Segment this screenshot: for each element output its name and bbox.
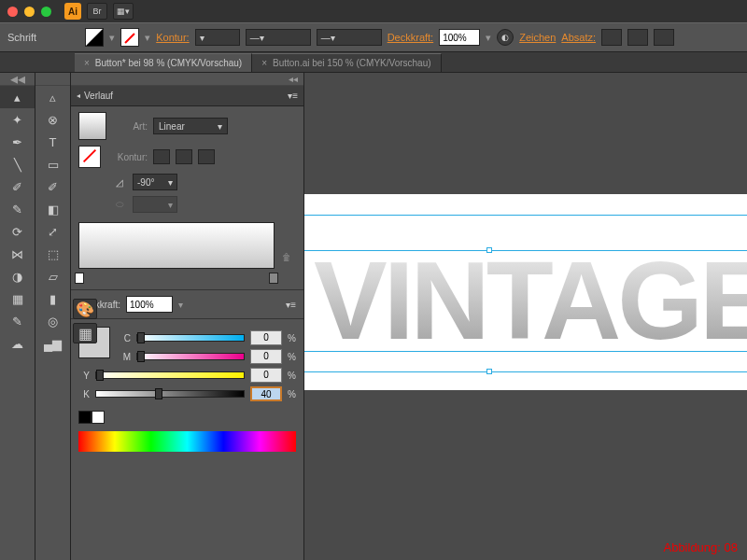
- pct-label: %: [288, 371, 296, 381]
- layout-button[interactable]: ▦▾: [113, 3, 134, 20]
- bridge-button[interactable]: Br: [87, 3, 107, 20]
- opacity-link[interactable]: Deckkraft:: [388, 32, 434, 43]
- gradient-panel-body: Art: Linear▾ Kontur: ◿ -90°▾ ⬭ ▾: [71, 106, 303, 289]
- slider-thumb[interactable]: [137, 332, 145, 343]
- stroke-link[interactable]: Kontur:: [156, 32, 189, 43]
- figure-caption: Abbildung: 08: [663, 540, 738, 554]
- angle-input[interactable]: -90°▾: [133, 174, 177, 190]
- slider-value[interactable]: 0: [250, 349, 282, 364]
- blend-tool[interactable]: ◎: [35, 310, 70, 332]
- gradient-preview[interactable]: [78, 222, 275, 269]
- slider-label: M: [120, 352, 131, 362]
- shape-builder-tool[interactable]: ◑: [0, 265, 35, 287]
- slider-thumb[interactable]: [137, 351, 145, 362]
- stop-opacity-input[interactable]: [126, 296, 173, 313]
- var-width-select[interactable]: —▾: [246, 29, 311, 46]
- opacity-input[interactable]: [439, 29, 480, 46]
- stroke-weight-select[interactable]: ▾: [195, 29, 240, 46]
- slider-track[interactable]: [136, 334, 245, 342]
- free-transform-tool[interactable]: ⬚: [35, 243, 70, 265]
- slider-value[interactable]: 40: [250, 386, 282, 401]
- align-center-button[interactable]: [627, 29, 648, 46]
- perspective-tool[interactable]: ▱: [35, 265, 70, 287]
- brush-select[interactable]: —▾: [317, 29, 382, 46]
- app-badge: Ai: [64, 3, 81, 20]
- align-left-button[interactable]: [601, 29, 622, 46]
- tab-button-2[interactable]: ×Button.ai bei 150 % (CMYK/Vorschau): [252, 53, 441, 72]
- magic-wand-tool[interactable]: ✦: [0, 108, 35, 131]
- slider-thumb[interactable]: [155, 388, 162, 399]
- stroke-grad-btn-3[interactable]: [198, 149, 215, 164]
- gradient-tool[interactable]: ▮: [35, 287, 70, 310]
- pen-tool[interactable]: ✒: [0, 131, 35, 153]
- selection-handle[interactable]: [486, 369, 492, 374]
- gradient-type-select[interactable]: Linear▾: [153, 118, 228, 134]
- tab-button-1[interactable]: ×Button* bei 98 % (CMYK/Vorschau): [75, 53, 252, 72]
- slider-track[interactable]: [136, 353, 245, 360]
- stroke-gradient-swatch[interactable]: [78, 146, 101, 168]
- trash-icon[interactable]: 🗑: [282, 252, 291, 262]
- document-tabs: ×Button* bei 98 % (CMYK/Vorschau) ×Butto…: [0, 52, 747, 73]
- brush-tool[interactable]: ✐: [0, 175, 35, 198]
- character-link[interactable]: Zeichen: [519, 32, 556, 43]
- close-tab-icon[interactable]: ×: [84, 58, 90, 68]
- fill-swatch[interactable]: [85, 28, 104, 47]
- bw-swatches[interactable]: [78, 411, 296, 424]
- stop-opacity-row: Deckkraft: ▾ ▾≡: [71, 289, 303, 319]
- slider-track[interactable]: [95, 371, 245, 379]
- slider-label: K: [78, 389, 90, 399]
- graph-tool[interactable]: ▄▆: [35, 332, 70, 355]
- slider-track[interactable]: [95, 390, 245, 398]
- window-controls: [7, 7, 51, 17]
- swatches-dock-icon[interactable]: ▦: [73, 323, 97, 343]
- color-panel: C0%M0%Y0%K40%: [71, 319, 303, 459]
- canvas[interactable]: VINTAGE Abbildung: 08: [304, 73, 747, 560]
- color-spectrum[interactable]: [78, 431, 296, 452]
- aspect-icon: ⬭: [112, 199, 127, 210]
- stroke-swatch[interactable]: [120, 28, 139, 47]
- scale-tool[interactable]: ⤢: [35, 220, 70, 243]
- eraser-tool[interactable]: ◧: [35, 198, 70, 220]
- zoom-icon[interactable]: [41, 7, 51, 17]
- width-tool[interactable]: ⋈: [0, 243, 35, 265]
- titlebar: Ai Br ▦▾: [0, 0, 747, 22]
- canvas-text: VINTAGE: [314, 237, 747, 364]
- blob-brush-tool[interactable]: ✐: [35, 175, 70, 198]
- color-dock-icon[interactable]: 🎨: [73, 299, 97, 319]
- type-tool[interactable]: T: [35, 131, 70, 153]
- paragraph-link[interactable]: Absatz:: [561, 32, 596, 43]
- line-tool[interactable]: ╲: [0, 153, 35, 175]
- tool-label: Schrift: [7, 32, 36, 43]
- style-button[interactable]: ◐: [497, 29, 514, 46]
- stroke-grad-btn-1[interactable]: [153, 149, 170, 164]
- slider-value[interactable]: 0: [250, 330, 282, 345]
- direct-selection-tool[interactable]: ▵: [35, 86, 70, 108]
- gradient-stop-right[interactable]: [269, 273, 278, 284]
- rotate-tool[interactable]: ⟳: [0, 220, 35, 243]
- eyedropper-tool[interactable]: ✎: [0, 310, 35, 332]
- stroke-grad-btn-2[interactable]: [176, 149, 192, 164]
- cmyk-slider-row: C0%: [120, 330, 296, 345]
- close-icon[interactable]: [7, 7, 18, 17]
- align-right-button[interactable]: [654, 29, 674, 46]
- panel-collapse-icon[interactable]: ◂◂: [71, 73, 303, 86]
- slider-value[interactable]: 0: [250, 368, 282, 383]
- collapse-icon[interactable]: ◂◂: [0, 73, 35, 86]
- slider-thumb[interactable]: [96, 370, 104, 381]
- panel-menu-icon[interactable]: ▾≡: [288, 91, 298, 101]
- selection-tool[interactable]: ▴: [0, 86, 35, 108]
- gradient-stop-left[interactable]: [75, 273, 84, 284]
- aspect-input: ▾: [133, 196, 177, 213]
- symbol-tool[interactable]: ☁: [0, 332, 35, 355]
- gradient-panel-header[interactable]: ◂ Verlauf ▾≡: [71, 86, 303, 106]
- mesh-tool[interactable]: ▦: [0, 287, 35, 310]
- gradient-stops[interactable]: [78, 271, 275, 284]
- panel-menu-icon[interactable]: ▾≡: [286, 300, 296, 310]
- gradient-swatch[interactable]: [78, 112, 106, 140]
- tab-label: Button* bei 98 % (CMYK/Vorschau): [95, 58, 242, 68]
- pencil-tool[interactable]: ✎: [0, 198, 35, 220]
- close-tab-icon[interactable]: ×: [261, 58, 267, 68]
- lasso-tool[interactable]: ⊗: [35, 108, 70, 131]
- minimize-icon[interactable]: [24, 7, 35, 17]
- rectangle-tool[interactable]: ▭: [35, 153, 70, 175]
